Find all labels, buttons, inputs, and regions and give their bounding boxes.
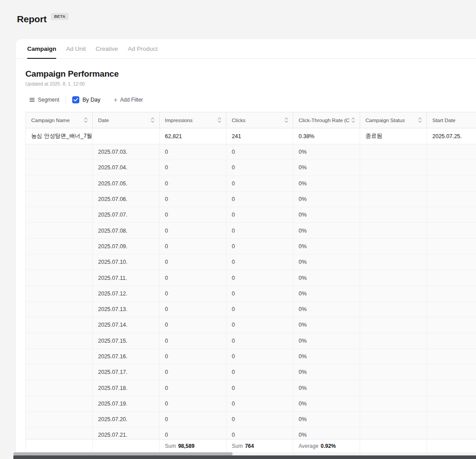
- cell-ctr: 0%: [293, 412, 360, 427]
- column-header[interactable]: Date: [93, 112, 160, 128]
- segment-button[interactable]: Segment: [29, 97, 59, 103]
- cell-start-date: [427, 144, 476, 160]
- cell-impressions: 0: [160, 286, 226, 301]
- cell-start-date: [427, 302, 476, 317]
- table-row: 2025.07.15.000%: [26, 333, 476, 349]
- cell-start-date: [427, 192, 476, 207]
- sort-icon[interactable]: [351, 117, 355, 123]
- cell-date: 2025.07.10.: [93, 254, 160, 270]
- cell-date: [93, 439, 160, 452]
- cell-date: 2025.07.12.: [93, 286, 160, 301]
- cell-campaign-name: [26, 349, 93, 364]
- cell-campaign-name: 농심 안성탕면_배너_7월: [26, 128, 93, 144]
- cell-status: [360, 144, 427, 160]
- add-filter-label: Add Filter: [120, 97, 143, 103]
- cell-status: [360, 239, 427, 254]
- cell-ctr: 0%: [293, 270, 360, 285]
- section-head: Campaign Performance Updated at 2025. 8.…: [16, 59, 476, 87]
- page-header: Report BETA: [17, 14, 69, 25]
- column-header[interactable]: Campaign Name: [26, 112, 93, 128]
- table-row: 2025.07.07.000%: [26, 207, 476, 223]
- cell-impressions: 0: [160, 317, 226, 332]
- cell-impressions: 0: [160, 160, 226, 175]
- cell-clicks: 0: [226, 349, 293, 364]
- cell-ctr: 0%: [293, 349, 360, 364]
- sort-icon[interactable]: [84, 117, 88, 123]
- cell-start-date: [427, 176, 476, 191]
- cell-campaign-name: [26, 223, 93, 238]
- tab-campaign[interactable]: Campaign: [27, 39, 56, 59]
- tab-ad-product[interactable]: Ad Product: [128, 39, 158, 59]
- cell-status: [360, 192, 427, 207]
- cell-date: 2025.07.13.: [93, 302, 160, 317]
- cell-impressions: 0: [160, 207, 226, 222]
- column-header[interactable]: Start Date: [427, 112, 476, 128]
- cell-clicks: 0: [226, 192, 293, 207]
- sort-icon[interactable]: [217, 117, 222, 123]
- column-header[interactable]: Impressions: [160, 112, 226, 128]
- cell-start-date: [427, 396, 476, 411]
- column-header[interactable]: Clicks: [226, 112, 293, 128]
- cell-clicks: 0: [226, 254, 293, 270]
- cell-date: 2025.07.09.: [93, 239, 160, 254]
- average-value: 0.92%: [320, 443, 336, 449]
- table-row: 2025.07.13.000%: [26, 302, 476, 317]
- cell-impressions: 0: [160, 176, 226, 191]
- cell-status: [360, 396, 427, 411]
- sort-icon[interactable]: [418, 117, 422, 123]
- column-label: Campaign Status: [365, 118, 405, 123]
- cell-campaign-name: [26, 144, 93, 160]
- column-label: Start Date: [432, 118, 455, 123]
- cell-start-date: [427, 412, 476, 427]
- cell-ctr: 0%: [293, 239, 360, 254]
- sum-value: 764: [245, 443, 254, 449]
- cell-clicks: 0: [226, 412, 293, 427]
- table-row: 2025.07.05.000%: [26, 176, 476, 192]
- column-label: Click-Through Rate (CTR): [299, 118, 349, 123]
- cell-impressions: 0: [160, 412, 226, 427]
- table-row: 2025.07.04.000%: [26, 160, 476, 176]
- table-row: 2025.07.03.000%: [26, 144, 476, 160]
- cell-campaign-name: [26, 254, 93, 270]
- cell-ctr: 0%: [293, 223, 360, 238]
- sort-icon[interactable]: [151, 117, 155, 123]
- add-filter-button[interactable]: + Add Filter: [114, 97, 143, 103]
- cell-impressions: 0: [160, 223, 226, 238]
- cell-ctr: 0%: [293, 333, 360, 348]
- cell-status: [360, 412, 427, 427]
- cell-status: 종료됨: [360, 128, 427, 144]
- cell-campaign-name: [26, 176, 93, 191]
- cell-date: 2025.07.17.: [93, 365, 160, 380]
- cell-date: 2025.07.16.: [93, 349, 160, 364]
- bottom-edge-strip: [13, 455, 476, 459]
- cell-ctr: 0%: [293, 176, 360, 191]
- by-day-toggle[interactable]: By Day: [72, 96, 100, 103]
- column-header[interactable]: Click-Through Rate (CTR): [293, 112, 360, 128]
- cell-ctr: 0%: [293, 365, 360, 380]
- table-header-row: Campaign NameDateImpressionsClicksClick-…: [26, 112, 476, 128]
- tab-ad-unit[interactable]: Ad Unit: [66, 39, 86, 59]
- average-label: Average: [299, 443, 318, 449]
- cell-date: [93, 128, 160, 144]
- column-header[interactable]: Campaign Status: [360, 112, 427, 128]
- cell-clicks: 0: [226, 365, 293, 380]
- by-day-checkbox[interactable]: [72, 96, 79, 103]
- horizontal-scrollbar-thumb[interactable]: [13, 452, 233, 455]
- sort-icon[interactable]: [284, 117, 288, 123]
- cell-clicks: 0: [226, 160, 293, 175]
- cell-status: [360, 286, 427, 301]
- sum-label: Sum: [165, 443, 176, 449]
- cell-ctr: 0%: [293, 192, 360, 207]
- cell-campaign-name: [26, 365, 93, 380]
- cell-campaign-name: [26, 302, 93, 317]
- cell-status: [360, 333, 427, 348]
- cell-campaign-name: [26, 286, 93, 301]
- cell-ctr: 0%: [293, 254, 360, 270]
- cell-ctr-average: Average 0.92%: [293, 439, 360, 452]
- table-row: 2025.07.14.000%: [26, 317, 476, 333]
- column-label: Campaign Name: [31, 118, 70, 123]
- tab-creative[interactable]: Creative: [96, 39, 118, 59]
- cell-clicks: 0: [226, 333, 293, 348]
- table-row: 2025.07.19.000%: [26, 396, 476, 412]
- cell-impressions: 0: [160, 270, 226, 285]
